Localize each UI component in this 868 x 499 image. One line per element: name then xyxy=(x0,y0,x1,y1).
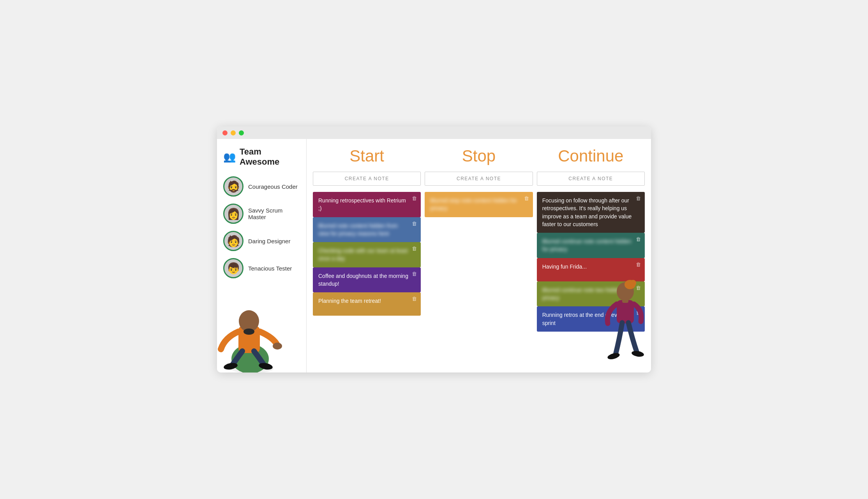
note-text: Blurred continue note content hidden for… xyxy=(542,238,632,252)
delete-note-button[interactable]: 🗑 xyxy=(412,295,417,303)
svg-point-13 xyxy=(607,352,621,360)
note-card[interactable]: Running retrospectives with Retrium ;)🗑 xyxy=(313,192,421,217)
member-name: Tenacious Tester xyxy=(248,265,292,272)
start-column-header: Start xyxy=(313,147,421,165)
svg-point-7 xyxy=(273,343,282,350)
column-continue: Continue CREATE A NOTE Focusing on follo… xyxy=(537,147,645,366)
sidebar: 👥 Team Awesome 🧔 Courageous Coder 👩 Savv… xyxy=(217,139,307,372)
column-start: Start CREATE A NOTE Running retrospectiv… xyxy=(313,147,421,366)
main-board: Start CREATE A NOTE Running retrospectiv… xyxy=(307,139,651,372)
member-avatar: 👦 xyxy=(223,258,243,278)
member-item[interactable]: 🧑 Daring Designer xyxy=(223,231,300,251)
content-area: 👥 Team Awesome 🧔 Courageous Coder 👩 Savv… xyxy=(217,139,651,372)
note-text: Blurred stop note content hidden for pri… xyxy=(430,197,517,211)
delete-note-button[interactable]: 🗑 xyxy=(412,195,417,202)
minimize-button[interactable] xyxy=(231,130,236,135)
column-stop: Stop CREATE A NOTE Blurred stop note con… xyxy=(425,147,533,366)
note-text: Having fun Frida... xyxy=(542,264,587,270)
delete-note-button[interactable]: 🗑 xyxy=(412,220,417,228)
maximize-button[interactable] xyxy=(239,130,244,135)
note-text: Running retros at the end of every sprin… xyxy=(542,312,625,326)
svg-point-4 xyxy=(243,329,254,335)
continue-notes-container: Focusing on follow through after our ret… xyxy=(537,192,645,332)
start-create-note-button[interactable]: CREATE A NOTE xyxy=(313,172,421,186)
member-item[interactable]: 🧔 Courageous Coder xyxy=(223,176,300,197)
note-card[interactable]: Running retros at the end of every sprin… xyxy=(537,306,645,332)
stop-column-header: Stop xyxy=(425,147,533,165)
note-text: Blurred note content hidden from view fo… xyxy=(318,223,398,237)
note-card[interactable]: Blurred stop note content hidden for pri… xyxy=(425,192,533,217)
note-text: Running retrospectives with Retrium ;) xyxy=(318,197,406,211)
member-name: Savvy Scrum Master xyxy=(248,207,300,220)
note-card[interactable]: Planning the team retreat!🗑 xyxy=(313,292,421,316)
note-text: Planning the team retreat! xyxy=(318,298,381,304)
delete-note-button[interactable]: 🗑 xyxy=(524,195,529,202)
start-notes-container: Running retrospectives with Retrium ;)🗑B… xyxy=(313,192,421,316)
continue-create-note-button[interactable]: CREATE A NOTE xyxy=(537,172,645,186)
delete-note-button[interactable]: 🗑 xyxy=(636,309,641,317)
member-list: 🧔 Courageous Coder 👩 Savvy Scrum Master … xyxy=(223,176,300,278)
note-text: Blurred continue note two hidden for pri… xyxy=(542,287,630,301)
app-window: 👥 Team Awesome 🧔 Courageous Coder 👩 Savv… xyxy=(217,127,651,372)
delete-note-button[interactable]: 🗑 xyxy=(636,261,641,269)
note-card[interactable]: Blurred note content hidden from view fo… xyxy=(313,217,421,242)
note-text: Checking code with our team at least onc… xyxy=(318,248,408,262)
stop-create-note-button[interactable]: CREATE A NOTE xyxy=(425,172,533,186)
member-avatar: 🧑 xyxy=(223,231,243,251)
note-card[interactable]: Focusing on follow through after our ret… xyxy=(537,192,645,233)
titlebar xyxy=(217,127,651,139)
note-text: Focusing on follow through after our ret… xyxy=(542,197,632,227)
note-card[interactable]: Checking code with our team at least onc… xyxy=(313,242,421,267)
note-text: Coffee and doughnuts at the morning stan… xyxy=(318,273,408,287)
note-card[interactable]: Having fun Frida...🗑 xyxy=(537,258,645,281)
note-card[interactable]: Blurred continue note two hidden for pri… xyxy=(537,281,645,307)
delete-note-button[interactable]: 🗑 xyxy=(636,285,641,292)
member-avatar: 👩 xyxy=(223,204,243,224)
svg-point-14 xyxy=(631,350,644,357)
member-name: Courageous Coder xyxy=(248,183,298,190)
team-name: Team Awesome xyxy=(240,147,300,167)
note-card[interactable]: Coffee and doughnuts at the morning stan… xyxy=(313,267,421,293)
close-button[interactable] xyxy=(222,130,228,135)
member-item[interactable]: 👦 Tenacious Tester xyxy=(223,258,300,278)
member-name: Daring Designer xyxy=(248,238,290,244)
member-item[interactable]: 👩 Savvy Scrum Master xyxy=(223,204,300,224)
team-header: 👥 Team Awesome xyxy=(223,147,300,167)
illustration-person xyxy=(217,287,291,372)
note-card[interactable]: Blurred continue note content hidden for… xyxy=(537,233,645,258)
stop-notes-container: Blurred stop note content hidden for pri… xyxy=(425,192,533,217)
delete-note-button[interactable]: 🗑 xyxy=(636,195,641,202)
delete-note-button[interactable]: 🗑 xyxy=(636,236,641,243)
delete-note-button[interactable]: 🗑 xyxy=(412,271,417,278)
member-avatar: 🧔 xyxy=(223,176,243,197)
delete-note-button[interactable]: 🗑 xyxy=(412,245,417,253)
team-icon: 👥 xyxy=(223,151,236,163)
continue-column-header: Continue xyxy=(537,147,645,165)
